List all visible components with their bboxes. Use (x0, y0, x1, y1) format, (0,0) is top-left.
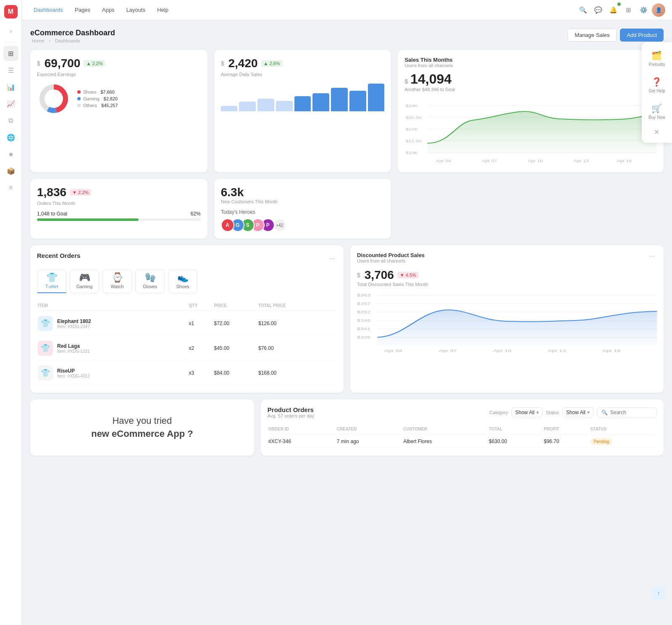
svg-text:$346: $346 (357, 318, 371, 323)
sales-goal-text: Another $48,346 to Goal (404, 87, 657, 92)
bottom-row: Recent Orders ··· 👕 T-shirt 🎮 Gaming ⌚ (30, 245, 664, 393)
gaming-icon: 🎮 (79, 273, 90, 282)
buy-now-button[interactable]: 🛒 Buy Now (645, 100, 669, 123)
item-thumb-2: 👕 (38, 341, 53, 356)
sidebar-box-icon[interactable]: 📦 (3, 163, 18, 179)
svg-text:$357: $357 (357, 302, 371, 306)
page-header: eCommerce Dashboard Home › Dashboards Ma… (30, 29, 664, 43)
notifications-button[interactable]: 💬 (591, 3, 605, 17)
disc-label: Total Discounted Sales This Month (357, 282, 657, 287)
item-qty-1: x1 (189, 312, 213, 336)
po-col-created: Created (337, 424, 402, 434)
help-icon: ❓ (651, 77, 662, 87)
po-created: 7 min ago (337, 435, 402, 448)
orders-more-button[interactable]: ··· (327, 255, 337, 262)
search-box[interactable]: 🔍 (597, 407, 657, 418)
po-header: Product Orders Avg. 57 orders per day Ca… (268, 406, 657, 418)
category-chevron: ▾ (536, 410, 539, 415)
panel-close-button[interactable]: ✕ (645, 126, 669, 138)
app-logo[interactable]: M (4, 5, 18, 18)
get-help-button[interactable]: ❓ Get Help (645, 74, 669, 97)
sales-amount: 14,094 (410, 71, 452, 87)
hero-1: A (221, 218, 234, 232)
item-id-1: Item: #XDG-2347 (57, 324, 91, 329)
scroll-top-button[interactable]: ↑ (652, 586, 665, 600)
svg-text:Apr 07: Apr 07 (482, 159, 497, 163)
cat-tab-gaming[interactable]: 🎮 Gaming (70, 269, 99, 293)
earnings-value: 69,700 (45, 57, 81, 70)
notification-dot (617, 3, 621, 6)
sidebar-pages-icon[interactable]: ☰ (3, 63, 18, 78)
nav-help[interactable]: Help (152, 4, 173, 16)
breadcrumb: Home › Dashboards (30, 38, 115, 43)
sidebar-star-icon[interactable]: ★ (3, 147, 18, 162)
right-panel: 🗂️ Prebuilts ❓ Get Help 🛒 Buy Now ✕ (642, 42, 672, 143)
watch-icon: ⌚ (112, 273, 123, 282)
sidebar-list-icon[interactable]: ≡ (3, 180, 18, 195)
bar-5 (294, 96, 311, 111)
nav-dashboards[interactable]: Dashboards (29, 4, 68, 16)
col-total: Total Price (258, 301, 336, 311)
po-profit: $96.70 (544, 435, 590, 448)
svg-text:$352: $352 (357, 310, 371, 314)
promo-text: Have you tried new eCommerce App ? (91, 415, 193, 441)
po-table-row: #XCY-346 7 min ago Albert Flores $630.00… (268, 435, 656, 448)
svg-text:Apr 10: Apr 10 (494, 349, 512, 353)
search-input[interactable] (610, 410, 652, 415)
goal-percent: 62% (191, 211, 201, 217)
goal-progress-section: 1,048 to Goal 62% (37, 211, 201, 221)
po-col-customer: Customer (403, 424, 488, 434)
search-button[interactable]: 🔍 (576, 3, 590, 17)
add-product-button[interactable]: Add Product (620, 29, 664, 42)
po-sub: Avg. 57 orders per day (268, 413, 314, 418)
sidebar-dashboard-icon[interactable]: ⊞ (3, 46, 18, 61)
po-status: Pending (591, 435, 656, 448)
discounted-sales-card: Discounted Product Sales Users from all … (350, 245, 664, 393)
legend-others: Others $45,257 (77, 103, 118, 108)
nav-layouts[interactable]: Layouts (121, 4, 151, 16)
prebuilts-button[interactable]: 🗂️ Prebuilts (645, 47, 669, 70)
sidebar-analytics-icon[interactable]: 📊 (3, 79, 18, 95)
po-col-id: Order ID (268, 424, 336, 434)
category-select[interactable]: Show All ▾ (512, 407, 543, 418)
page-title: eCommerce Dashboard (30, 29, 115, 37)
earnings-label: Expected Earnings (37, 72, 201, 77)
left-sidebar: M › ⊞ ☰ 📊 📈 ⧉ 🌐 ★ 📦 ≡ (0, 0, 22, 625)
item-qty-2: x2 (189, 336, 213, 360)
cat-tab-shoes[interactable]: 👟 Shoes (168, 269, 197, 293)
disc-chart: $363 $357 $352 $346 $341 $335 Apr 04 Apr… (357, 287, 657, 354)
heroes-group: A G S P P +42 (221, 218, 385, 232)
breadcrumb-home: Home (32, 38, 44, 43)
status-chevron: ▾ (587, 410, 590, 415)
sidebar-globe-icon[interactable]: 🌐 (3, 130, 18, 145)
sales-line-chart: $24K $20.5K $17K $13.5K $10K Apr 04 Apr … (404, 97, 657, 164)
sidebar-arrow[interactable]: › (3, 24, 18, 39)
bar-1 (221, 106, 238, 111)
apps-grid-button[interactable]: ⊞ (622, 3, 635, 17)
cat-tab-tshirt[interactable]: 👕 T-shirt (37, 269, 66, 293)
manage-sales-button[interactable]: Manage Sales (567, 29, 617, 42)
progress-fill (37, 218, 139, 221)
legend-shoes: Shoes $7,660 (77, 89, 118, 95)
settings-button[interactable]: ⚙️ (637, 3, 650, 17)
cat-tab-watch[interactable]: ⌚ Watch (102, 269, 132, 293)
sidebar-chart-icon[interactable]: 📈 (3, 96, 18, 111)
item-name-1: Elephant 1802 (57, 318, 91, 324)
tshirt-icon: 👕 (46, 273, 58, 282)
sidebar-layers-icon[interactable]: ⧉ (3, 113, 18, 128)
header-actions: Manage Sales Add Product (567, 29, 664, 42)
table-row: 👕 RiseUP Item: #XDG-4312 x3 $84.00 $168.… (38, 361, 336, 385)
search-icon: 🔍 (601, 410, 608, 415)
nav-apps[interactable]: Apps (97, 4, 120, 16)
disc-more-button[interactable]: ··· (647, 252, 657, 260)
second-row-spacer (398, 179, 664, 239)
cat-tab-gloves[interactable]: 🧤 Gloves (135, 269, 165, 293)
status-select[interactable]: Show All ▾ (562, 407, 593, 418)
progress-bar (37, 218, 201, 221)
user-avatar[interactable]: 👤 (652, 3, 665, 17)
bar-4 (276, 101, 293, 111)
item-total-1: $126.00 (258, 312, 336, 336)
orders-badge: ▼ 2.2% (70, 189, 91, 196)
nav-pages[interactable]: Pages (70, 4, 95, 16)
alerts-button[interactable]: 🔔 (606, 3, 620, 17)
